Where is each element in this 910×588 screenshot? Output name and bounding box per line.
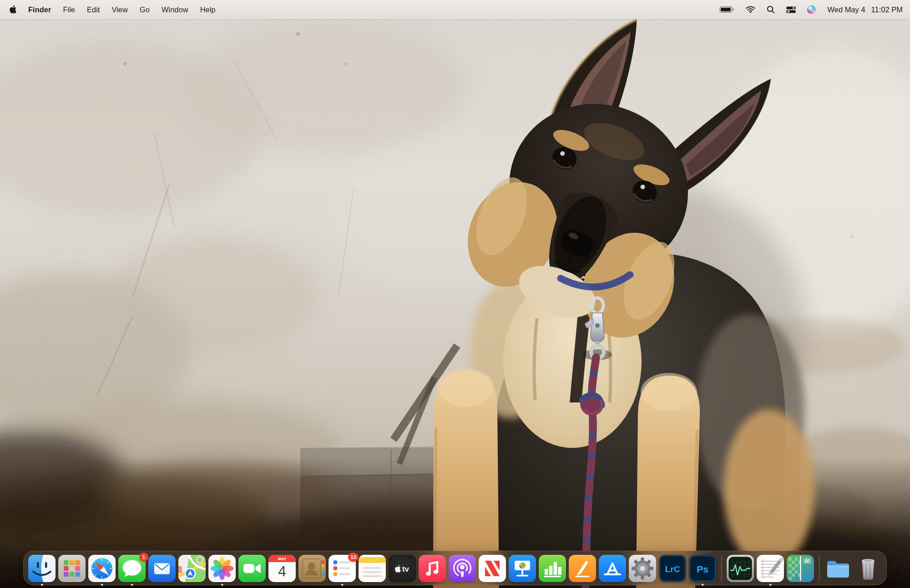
clock-time: 11:02 PM [871, 5, 903, 14]
dock-item-music[interactable] [419, 555, 446, 582]
dock-item-podcasts[interactable] [449, 555, 476, 582]
downloads-folder-icon [824, 555, 852, 582]
numbers-icon [539, 555, 566, 582]
contacts-icon [298, 555, 326, 582]
notification-badge: 13 [348, 553, 359, 562]
running-indicator [341, 584, 344, 586]
textedit-icon [757, 555, 784, 582]
menu-item-file[interactable]: File [57, 5, 81, 14]
finder-icon [28, 555, 56, 582]
calendar-month-label: MAY [278, 557, 286, 561]
spotlight-search-icon[interactable] [767, 5, 775, 14]
lightroom-label: LrC [665, 564, 680, 574]
dock-item-lightroom-classic[interactable]: LrC [659, 555, 686, 582]
desktop-wallpaper[interactable] [0, 0, 910, 588]
mail-icon [148, 555, 176, 582]
running-indicator [41, 584, 43, 586]
tv-label: tv [402, 565, 410, 573]
dock-item-launchpad[interactable] [58, 555, 86, 582]
dock-item-ai-photo-tool[interactable]: AI [787, 555, 814, 582]
keynote-icon [509, 555, 536, 582]
dock-item-numbers[interactable] [539, 555, 566, 582]
menu-item-view[interactable]: View [106, 5, 133, 14]
dock-item-activity-monitor[interactable] [727, 555, 754, 582]
apple-menu[interactable] [9, 5, 22, 15]
menu-item-finder[interactable]: Finder [22, 5, 57, 14]
wallpaper-image [0, 0, 910, 588]
news-icon [479, 555, 506, 582]
battery-icon[interactable] [719, 6, 734, 13]
dock-item-news[interactable] [479, 555, 506, 582]
running-indicator [702, 584, 704, 586]
dock: 1 [23, 551, 887, 585]
menu-item-go[interactable]: Go [134, 5, 156, 14]
dock-item-messages[interactable]: 1 [118, 555, 146, 582]
activity-monitor-icon [727, 555, 754, 582]
dock-item-photos[interactable] [208, 555, 236, 582]
dock-item-downloads-folder[interactable] [824, 555, 852, 582]
photoshop-icon: Ps [689, 555, 716, 582]
wifi-icon[interactable] [746, 6, 755, 13]
menu-item-edit[interactable]: Edit [81, 5, 106, 14]
photos-icon [208, 555, 236, 582]
dock-item-finder[interactable] [28, 555, 56, 582]
calendar-icon: MAY 4 [268, 555, 296, 582]
dock-item-appstore[interactable] [599, 555, 626, 582]
podcasts-icon [449, 555, 476, 582]
apple-logo-icon [9, 5, 17, 14]
running-indicator [131, 584, 133, 586]
dock-item-facetime[interactable] [238, 555, 266, 582]
dock-item-keynote[interactable] [509, 555, 536, 582]
clock-date: Wed May 4 [827, 5, 865, 14]
dock-item-photoshop[interactable]: Ps [689, 555, 716, 582]
dock-item-tv[interactable]: tv [389, 555, 416, 582]
apple-tv-icon: tv [389, 555, 416, 582]
dock-separator [721, 555, 722, 582]
trash-icon [854, 555, 882, 582]
running-indicator [769, 584, 772, 586]
system-preferences-icon [629, 555, 656, 582]
menu-bar-status: Wed May 4 11:02 PM [719, 5, 910, 14]
dock-item-notes[interactable] [359, 555, 386, 582]
dock-item-calendar[interactable]: MAY 4 [268, 555, 296, 582]
app-store-icon [599, 555, 626, 582]
safari-icon [88, 555, 116, 582]
dock-item-maps[interactable] [178, 555, 206, 582]
music-icon [419, 555, 446, 582]
maps-icon [178, 555, 206, 582]
running-indicator [221, 584, 223, 586]
menu-item-window[interactable]: Window [156, 5, 194, 14]
dock-separator [819, 555, 819, 582]
ai-label: AI [805, 558, 809, 563]
siri-icon[interactable] [807, 5, 816, 14]
calendar-day-label: 4 [278, 563, 286, 579]
dock-item-safari[interactable] [88, 555, 116, 582]
menu-bar-left: Finder File Edit View Go Window Help [0, 5, 222, 15]
dock-item-contacts[interactable] [298, 555, 326, 582]
notification-badge: 1 [139, 553, 148, 562]
dock-item-textedit[interactable] [757, 555, 784, 582]
launchpad-icon [58, 555, 86, 582]
dock-item-mail[interactable] [148, 555, 176, 582]
dock-item-reminders[interactable]: 13 [329, 555, 356, 582]
lightroom-classic-icon: LrC [659, 555, 686, 582]
menu-item-help[interactable]: Help [194, 5, 222, 14]
photoshop-label: Ps [697, 564, 708, 574]
menu-bar: Finder File Edit View Go Window Help [0, 0, 910, 19]
control-center-icon[interactable] [786, 6, 796, 13]
notes-icon [359, 555, 386, 582]
dock-item-trash[interactable] [854, 555, 882, 582]
ai-photo-tool-icon: AI [787, 555, 814, 582]
pages-icon [569, 555, 596, 582]
menu-bar-clock[interactable]: Wed May 4 11:02 PM [827, 5, 903, 14]
dock-item-pages[interactable] [569, 555, 596, 582]
running-indicator [101, 584, 103, 586]
dock-item-settings[interactable] [629, 555, 656, 582]
facetime-icon [238, 555, 266, 582]
